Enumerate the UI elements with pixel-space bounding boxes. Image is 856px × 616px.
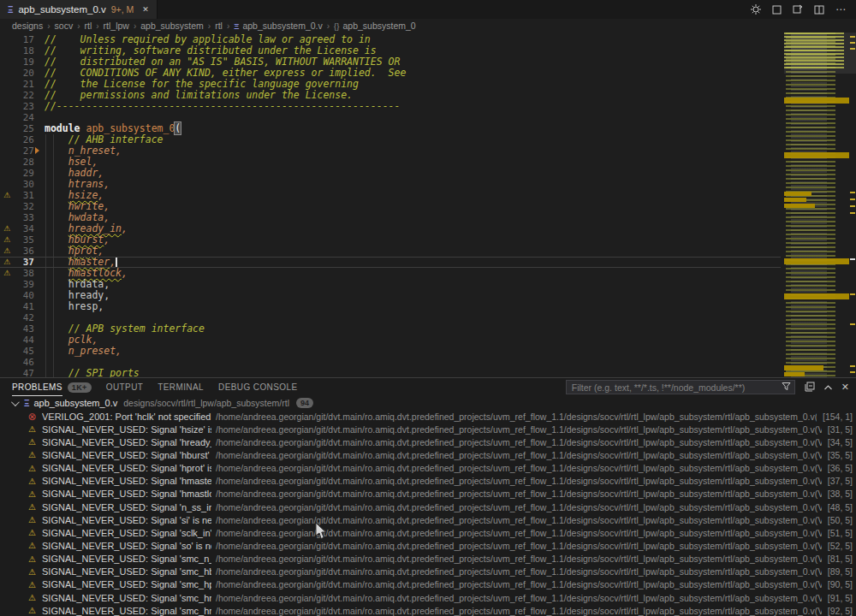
problem-message: SIGNAL_NEVER_USED: Signal 'hsize' is nev… <box>42 424 211 435</box>
minimap-highlight <box>784 198 806 202</box>
code-token: n_preset, <box>68 345 122 357</box>
code-line[interactable]: ⚠31 hsize, <box>0 190 781 201</box>
code-editor[interactable]: 17// Unless required by applicable law o… <box>0 33 856 377</box>
square-icon[interactable] <box>772 5 782 15</box>
problem-row[interactable]: ⚠SIGNAL_NEVER_USED: Signal 'hburst' is n… <box>0 448 856 461</box>
split-editor-icon[interactable] <box>814 5 824 15</box>
code-line[interactable]: 30 htrans, <box>0 179 781 190</box>
code-token: // distributed on an "AS IS" BASIS, WITH… <box>45 56 400 68</box>
warning-gutter-icon: ⚠ <box>0 223 14 234</box>
gutter-spacer <box>0 134 14 145</box>
code-line[interactable]: 27 n_hreset, <box>0 145 781 157</box>
panel-tab-terminal[interactable]: TERMINAL <box>158 378 204 396</box>
code-line[interactable]: ⚠38 hmastlock, <box>0 268 781 279</box>
vscode-window: Ξ apb_subsystem_0.v 9+, M ✕ ⋯ designs›so… <box>0 0 856 616</box>
breadcrumb-item[interactable]: rtl <box>214 21 223 31</box>
problem-row[interactable]: ⚠SIGNAL_NEVER_USED: Signal 'smc_n_hclk'.… <box>0 553 856 566</box>
problem-file-path: /home/andreea.georgian/git/dvt.main/ro.a… <box>216 476 822 486</box>
code-line[interactable]: 29 haddr, <box>0 168 781 179</box>
fold-marker-icon[interactable] <box>35 147 39 154</box>
warning-icon: ⚠ <box>27 437 38 447</box>
chevron-up-icon[interactable] <box>823 382 833 393</box>
problem-position: [92, 5] <box>828 606 853 616</box>
problems-count-badge: 1K+ <box>68 382 92 393</box>
gear-icon[interactable] <box>751 4 761 15</box>
filter-input[interactable] <box>572 382 782 393</box>
problem-row[interactable]: ⚠SIGNAL_NEVER_USED: Signal 'sclk_in' is … <box>0 526 856 539</box>
tab-close-icon[interactable]: ✕ <box>142 5 149 14</box>
line-number: 18 <box>14 45 34 56</box>
code-line[interactable]: ⚠36 hprot, <box>0 246 781 257</box>
code-line[interactable]: ⚠34 hready_in, <box>0 223 781 234</box>
code-line[interactable]: 23//------------------------------------… <box>0 101 781 112</box>
problem-row[interactable]: ⚠SIGNAL_NEVER_USED: Signal 'hmaster' is … <box>0 475 856 488</box>
code-line[interactable]: 45 n_preset, <box>0 346 781 357</box>
breadcrumb-label: rtl <box>215 21 223 31</box>
line-number: 34 <box>14 223 34 234</box>
gutter-spacer <box>0 201 14 212</box>
scrollbar-slider[interactable] <box>784 33 856 74</box>
problem-file-path: /home/andreea.georgian/git/dvt.main/ro.a… <box>216 606 822 616</box>
code-token: //--------------------------------------… <box>45 100 400 112</box>
problem-row[interactable]: ⚠SIGNAL_NEVER_USED: Signal 'hmastlock' i… <box>0 488 856 500</box>
breadcrumb-item[interactable]: socv <box>54 21 74 31</box>
code-line[interactable]: ⚠35 hburst, <box>0 234 781 246</box>
problem-row[interactable]: ⊗VERILOG_2001: Port 'hclk' not specified… <box>0 410 856 423</box>
problem-row[interactable]: ⚠SIGNAL_NEVER_USED: Signal 'n_ss_in' is … <box>0 500 856 513</box>
more-actions-icon[interactable]: ⋯ <box>835 3 846 15</box>
problem-row[interactable]: ⚠SIGNAL_NEVER_USED: Signal 'hready_in' i… <box>0 435 856 448</box>
code-token: // SPI ports <box>68 367 140 377</box>
problem-row[interactable]: ⚠SIGNAL_NEVER_USED: Signal 'smc_hburst'.… <box>0 566 856 578</box>
code-token <box>45 145 68 157</box>
warning-gutter-icon: ⚠ <box>0 257 14 268</box>
code-line[interactable]: 41 hresp, <box>0 301 781 312</box>
code-token <box>45 211 68 223</box>
code-token <box>45 133 68 145</box>
code-line[interactable]: 40 hready, <box>0 290 781 301</box>
minimap[interactable] <box>784 33 849 377</box>
line-number: 28 <box>14 157 34 168</box>
warning-icon: ⚠ <box>27 424 38 434</box>
collapse-all-icon[interactable] <box>805 382 815 394</box>
code-line[interactable]: 43 // APB system interface <box>0 323 781 335</box>
problem-position: [91, 5] <box>828 593 853 603</box>
breadcrumb-item[interactable]: rtl_lpw <box>103 21 130 31</box>
problem-row[interactable]: ⚠SIGNAL_NEVER_USED: Signal 'hsize' is ne… <box>0 423 856 435</box>
warning-icon: ⚠ <box>27 541 38 550</box>
breadcrumb-item[interactable]: designs <box>11 21 44 31</box>
gutter-spacer <box>0 301 14 312</box>
filter-funnel-icon[interactable] <box>782 382 791 393</box>
code-token: // Unless required by applicable law or … <box>45 33 371 45</box>
code-line[interactable]: 28 hsel, <box>0 157 781 168</box>
problem-position: [52, 5] <box>828 541 853 551</box>
code-token <box>45 178 68 190</box>
problems-file-group[interactable]: Ξ apb_subsystem_0.v designs/socv/rtl/rtl… <box>0 396 856 410</box>
open-changes-icon[interactable] <box>793 4 803 15</box>
problem-row[interactable]: ⚠SIGNAL_NEVER_USED: Signal 'smc_hmast...… <box>0 591 856 604</box>
breadcrumb-item[interactable]: rtl <box>83 21 92 31</box>
gutter-spacer <box>0 157 14 168</box>
breadcrumb-item[interactable]: {}apb_subsystem_0 <box>333 21 417 31</box>
code-line[interactable]: 39 hrdata, <box>0 279 781 290</box>
editor-tab[interactable]: Ξ apb_subsystem_0.v 9+, M ✕ <box>0 0 158 19</box>
mouse-cursor <box>315 523 327 542</box>
breadcrumb-item[interactable]: apb_subsystem <box>140 21 205 31</box>
close-panel-icon[interactable]: ✕ <box>841 382 849 392</box>
code-token: // APB system interface <box>68 323 205 335</box>
chevron-down-icon[interactable] <box>11 398 20 406</box>
warning-icon: ⚠ <box>27 450 38 459</box>
panel-tab-label: TERMINAL <box>158 379 204 395</box>
problem-row[interactable]: ⚠SIGNAL_NEVER_USED: Signal 'smc_hprot' i… <box>0 578 856 591</box>
code-line[interactable]: 47 // SPI ports <box>0 368 781 377</box>
panel-tab-debug-console[interactable]: DEBUG CONSOLE <box>218 378 297 396</box>
problem-row[interactable]: ⚠SIGNAL_NEVER_USED: Signal 'si' is never… <box>0 513 856 526</box>
breadcrumb-item[interactable]: Ξapb_subsystem_0.v <box>233 21 324 31</box>
line-number: 38 <box>14 268 34 279</box>
problem-row[interactable]: ⚠SIGNAL_NEVER_USED: Signal 'smc_hmastl..… <box>0 604 856 616</box>
problem-row[interactable]: ⚠SIGNAL_NEVER_USED: Signal 'so' is never… <box>0 539 856 552</box>
panel-tab-output[interactable]: OUTPUT <box>106 378 144 396</box>
problem-row[interactable]: ⚠SIGNAL_NEVER_USED: Signal 'hprot' is ne… <box>0 462 856 475</box>
code-line[interactable]: 32 hwrite, <box>0 201 781 212</box>
panel-tab-problems[interactable]: PROBLEMS1K+ <box>12 378 92 396</box>
group-file-path: designs/socv/rtl/rtl_lpw/apb_subsystem/r… <box>123 398 289 408</box>
